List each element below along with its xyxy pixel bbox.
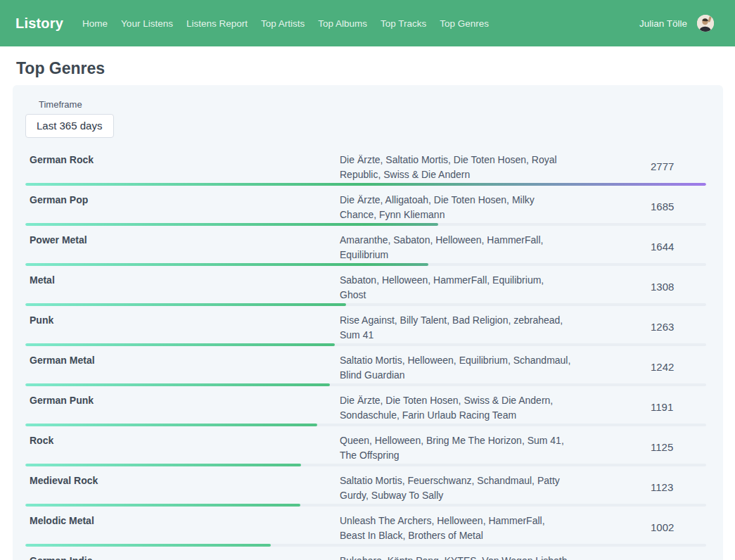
genre-bar-track: [25, 263, 706, 266]
table-row: German RockDie Ärzte, Saltatio Mortis, D…: [25, 151, 706, 186]
genre-name: Medieval Rock: [25, 472, 340, 488]
genre-artists: Unleash The Archers, Helloween, HammerFa…: [340, 512, 572, 542]
table-row: German PunkDie Ärzte, Die Toten Hosen, S…: [25, 392, 706, 426]
genre-bar-track: [25, 343, 706, 346]
genre-listens: 1263: [651, 321, 706, 333]
table-row: PunkRise Against, Billy Talent, Bad Reli…: [25, 312, 706, 346]
genre-listens: 1002: [651, 521, 706, 533]
row-content: RockQueen, Helloween, Bring Me The Horiz…: [25, 432, 706, 462]
user-avatar[interactable]: [697, 15, 714, 32]
table-row: Power MetalAmaranthe, Sabaton, Helloween…: [25, 231, 706, 266]
row-content: MetalSabaton, Helloween, HammerFall, Equ…: [25, 272, 706, 302]
genre-name: Metal: [25, 272, 340, 287]
table-row: Medieval RockSaltatio Mortis, Feuerschwa…: [25, 472, 706, 507]
genre-name: German Pop: [25, 191, 340, 207]
nav-item-listens-report[interactable]: Listens Report: [186, 18, 248, 29]
genre-listens: 1685: [651, 201, 706, 212]
genre-listens: 1123: [651, 481, 706, 493]
genre-listens: 1308: [651, 281, 706, 293]
genre-artists: Amaranthe, Sabaton, Helloween, HammerFal…: [340, 231, 572, 262]
table-row: German MetalSaltatio Mortis, Helloween, …: [25, 352, 706, 386]
genre-name: Power Metal: [25, 231, 340, 247]
row-content: German IndieBukahara, Käptn Peng, KYTES,…: [25, 552, 706, 560]
genre-bar-track: [25, 183, 706, 186]
genre-listens: 1125: [651, 441, 706, 453]
genre-listens: 2777: [651, 160, 706, 172]
genres-table: German RockDie Ärzte, Saltatio Mortis, D…: [25, 151, 706, 560]
row-content: German PunkDie Ärzte, Die Toten Hosen, S…: [25, 392, 706, 422]
genre-name: German Metal: [25, 352, 340, 367]
nav-item-top-albums[interactable]: Top Albums: [318, 18, 367, 29]
row-content: Melodic MetalUnleash The Archers, Hellow…: [25, 512, 706, 542]
genre-listens: 1242: [651, 361, 706, 373]
genre-bar-track: [25, 424, 706, 426]
genre-artists: Rise Against, Billy Talent, Bad Religion…: [340, 312, 572, 342]
genre-name: German Indie: [25, 552, 340, 560]
user-name[interactable]: Julian Tölle: [639, 18, 687, 29]
table-row: Melodic MetalUnleash The Archers, Hellow…: [25, 512, 706, 547]
nav-item-top-tracks[interactable]: Top Tracks: [381, 18, 426, 29]
nav-item-top-artists[interactable]: Top Artists: [261, 18, 305, 29]
genre-artists: Saltatio Mortis, Helloween, Equilibrium,…: [340, 352, 572, 382]
genre-name: German Punk: [25, 392, 340, 407]
row-content: German RockDie Ärzte, Saltatio Mortis, D…: [25, 151, 706, 182]
app-header: Listory HomeYour ListensListens ReportTo…: [0, 0, 735, 46]
row-content: German PopDie Ärzte, Alligatoah, Die Tot…: [25, 191, 706, 222]
nav-item-top-genres[interactable]: Top Genres: [440, 18, 489, 29]
genre-artists: Saltatio Mortis, Feuerschwanz, Schandmau…: [340, 472, 572, 502]
row-content: Medieval RockSaltatio Mortis, Feuerschwa…: [25, 472, 706, 502]
genre-artists: Sabaton, Helloween, HammerFall, Equilibr…: [340, 272, 572, 302]
genre-bar-fill: [25, 464, 301, 466]
timeframe-select[interactable]: Last 365 days: [25, 114, 114, 138]
genre-listens: 1644: [651, 241, 706, 253]
table-row: German PopDie Ärzte, Alligatoah, Die Tot…: [25, 191, 706, 226]
main-nav: HomeYour ListensListens ReportTop Artist…: [82, 18, 489, 29]
row-content: PunkRise Against, Billy Talent, Bad Reli…: [25, 312, 706, 342]
genre-bar-fill: [25, 223, 438, 226]
genre-bar-track: [25, 383, 706, 386]
page-title: Top Genres: [16, 59, 735, 78]
genre-bar-fill: [25, 424, 317, 426]
table-row: RockQueen, Helloween, Bring Me The Horiz…: [25, 432, 706, 466]
genre-bar-track: [25, 303, 706, 306]
table-row: German IndieBukahara, Käptn Peng, KYTES,…: [25, 552, 706, 560]
genre-bar-track: [25, 464, 706, 466]
genre-artists: Die Ärzte, Die Toten Hosen, Swiss & Die …: [340, 392, 572, 422]
genre-bar-fill: [25, 263, 428, 266]
genre-listens: 1191: [651, 401, 706, 413]
nav-item-your-listens[interactable]: Your Listens: [121, 18, 173, 29]
nav-item-home[interactable]: Home: [82, 18, 108, 29]
genres-card: Timeframe Last 365 days German RockDie Ä…: [13, 85, 723, 560]
genre-name: German Rock: [25, 151, 340, 167]
genre-artists: Die Ärzte, Saltatio Mortis, Die Toten Ho…: [340, 151, 572, 182]
table-row: MetalSabaton, Helloween, HammerFall, Equ…: [25, 272, 706, 306]
genre-bar-track: [25, 223, 706, 226]
row-content: Power MetalAmaranthe, Sabaton, Helloween…: [25, 231, 706, 262]
genre-bar-fill: [25, 383, 330, 386]
timeframe-label: Timeframe: [39, 99, 706, 110]
genre-artists: Bukahara, Käptn Peng, KYTES, Von Wegen L…: [340, 552, 572, 560]
genre-artists: Die Ärzte, Alligatoah, Die Toten Hosen, …: [340, 191, 572, 222]
genre-artists: Queen, Helloween, Bring Me The Horizon, …: [340, 432, 572, 462]
app-logo[interactable]: Listory: [15, 15, 63, 32]
genre-bar-fill: [25, 343, 335, 346]
genre-bar-fill: [25, 303, 346, 306]
genre-bar-fill: [25, 504, 300, 507]
genre-bar-fill: [25, 183, 706, 186]
genre-bar-track: [25, 504, 706, 507]
genre-bar-fill: [25, 544, 271, 547]
genre-name: Melodic Metal: [25, 512, 340, 528]
genre-name: Rock: [25, 432, 340, 447]
user-photo-icon: [697, 15, 714, 32]
genre-name: Punk: [25, 312, 340, 327]
row-content: German MetalSaltatio Mortis, Helloween, …: [25, 352, 706, 382]
genre-bar-track: [25, 544, 706, 547]
